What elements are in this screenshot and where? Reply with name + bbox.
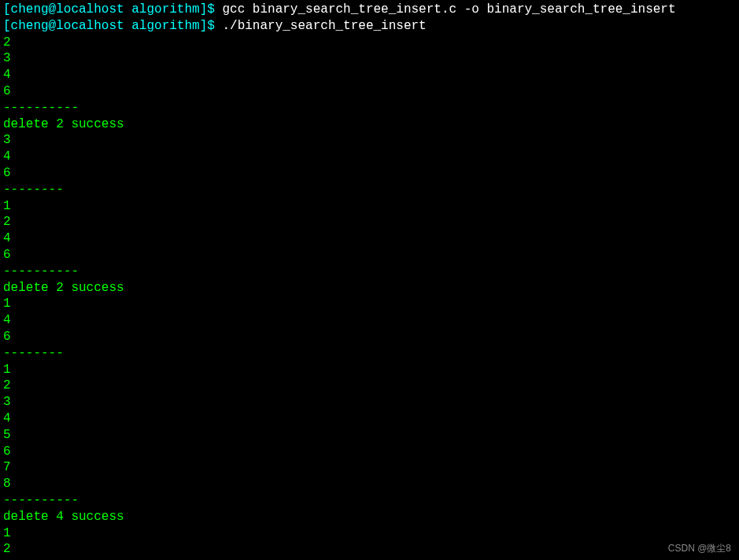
output-text: -------- xyxy=(3,346,64,360)
terminal-line: delete 4 success xyxy=(3,509,736,525)
output-text: delete 4 success xyxy=(3,510,124,524)
terminal-line: 6 xyxy=(3,329,736,345)
terminal-line: delete 2 success xyxy=(3,116,736,133)
terminal-line: 6 xyxy=(3,83,736,100)
output-text: 1 xyxy=(3,363,11,377)
output-text: 4 xyxy=(3,149,11,164)
output-text: 4 xyxy=(3,231,11,245)
output-text: 8 xyxy=(3,477,11,491)
terminal-line: 3 xyxy=(3,394,736,411)
output-text: ---------- xyxy=(3,101,79,115)
output-text: delete 2 success xyxy=(3,117,124,131)
output-text: 6 xyxy=(3,330,11,344)
terminal-line: 6 xyxy=(3,165,736,182)
terminal-line: 4 xyxy=(3,67,736,83)
output-text: -------- xyxy=(3,182,64,197)
terminal[interactable]: [cheng@localhost algorithm]$ gcc binary_… xyxy=(3,2,736,560)
output-text: 2 xyxy=(3,35,11,50)
terminal-line: 2 xyxy=(3,214,736,230)
output-text: 1 xyxy=(3,526,11,540)
shell-command: gcc binary_search_tree_insert.c -o binar… xyxy=(222,2,675,17)
output-text: 6 xyxy=(3,166,11,180)
terminal-line: [cheng@localhost algorithm]$ ./binary_se… xyxy=(3,18,736,35)
terminal-line: 2 xyxy=(3,35,736,51)
output-text: 3 xyxy=(3,395,11,409)
output-text: 1 xyxy=(3,297,11,311)
terminal-line: 1 xyxy=(3,362,736,378)
terminal-line: ---------- xyxy=(3,492,736,509)
output-text: 6 xyxy=(3,84,11,98)
terminal-line: 4 xyxy=(3,411,736,427)
output-text: delete 2 success xyxy=(3,281,124,295)
terminal-line: 6 xyxy=(3,444,736,460)
watermark: CSDN @微尘8 xyxy=(668,543,731,555)
terminal-line: -------- xyxy=(3,345,736,362)
output-text: 2 xyxy=(3,215,11,229)
terminal-line: ---------- xyxy=(3,263,736,280)
output-text: 2 xyxy=(3,542,11,556)
terminal-line: 1 xyxy=(3,198,736,215)
output-text: 4 xyxy=(3,411,11,426)
terminal-line: 4 xyxy=(3,149,736,165)
terminal-line: 2 xyxy=(3,378,736,394)
terminal-line: 8 xyxy=(3,476,736,492)
output-text: 2 xyxy=(3,378,11,392)
terminal-line: 1 xyxy=(3,525,736,542)
terminal-line: 5 xyxy=(3,427,736,444)
output-text: 6 xyxy=(3,248,11,262)
output-text: 3 xyxy=(3,133,11,147)
output-text: 7 xyxy=(3,460,11,474)
output-text: 4 xyxy=(3,68,11,82)
output-text: ---------- xyxy=(3,264,79,278)
terminal-line: 2 xyxy=(3,541,736,558)
terminal-line: -------- xyxy=(3,182,736,198)
terminal-line: [cheng@localhost algorithm]$ gcc binary_… xyxy=(3,2,736,18)
shell-prompt: [cheng@localhost algorithm]$ xyxy=(3,2,222,17)
terminal-line: 3 xyxy=(3,132,736,149)
output-text: 6 xyxy=(3,444,11,459)
terminal-line: 1 xyxy=(3,296,736,312)
output-text: 1 xyxy=(3,199,11,213)
terminal-line: 3 xyxy=(3,50,736,67)
output-text: 4 xyxy=(3,313,11,327)
shell-prompt: [cheng@localhost algorithm]$ xyxy=(3,19,222,33)
output-text: 3 xyxy=(3,51,11,65)
terminal-line: ---------- xyxy=(3,100,736,116)
terminal-line: 7 xyxy=(3,459,736,476)
terminal-line: 4 xyxy=(3,230,736,247)
terminal-line: 4 xyxy=(3,312,736,329)
shell-command: ./binary_search_tree_insert xyxy=(222,19,426,33)
output-text: ---------- xyxy=(3,493,79,507)
terminal-line: delete 2 success xyxy=(3,280,736,297)
terminal-line: 6 xyxy=(3,247,736,263)
output-text: 5 xyxy=(3,428,11,442)
